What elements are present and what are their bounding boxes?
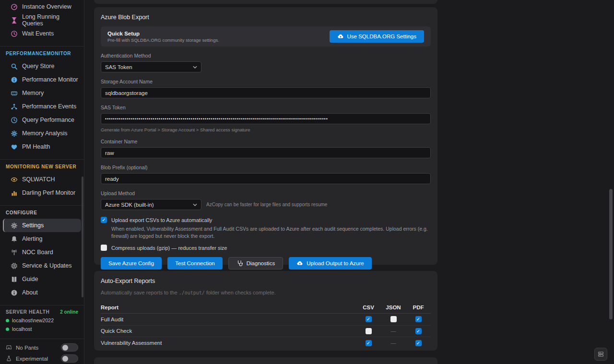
table-row: Quick Check—✓ bbox=[101, 326, 431, 338]
sidebar-item-guide[interactable]: Guide bbox=[3, 272, 81, 286]
save-azure-config-button[interactable]: Save Azure Config bbox=[101, 257, 162, 270]
gauge-icon bbox=[11, 3, 18, 11]
test-connection-button[interactable]: Test Connection bbox=[167, 257, 222, 270]
csv-checkbox[interactable]: ✓ bbox=[366, 340, 372, 346]
server-name: localhost bbox=[12, 326, 32, 332]
sidebar-item-noc-board[interactable]: NOC Board bbox=[3, 246, 81, 259]
clock-icon bbox=[11, 30, 18, 37]
use-sqldba-settings-button[interactable]: Use SQLDBA.ORG Settings bbox=[330, 30, 424, 43]
compress-checkbox-row: Compress uploads (gzip) — reduces transf… bbox=[101, 245, 431, 251]
diagnostics-button[interactable]: Diagnostics bbox=[228, 257, 283, 270]
online-dot-icon bbox=[6, 319, 9, 322]
sidebar-item-wait-events[interactable]: Wait Events bbox=[3, 27, 81, 40]
pdf-checkbox[interactable]: ✓ bbox=[415, 340, 422, 346]
sidebar-item-label: Guide bbox=[22, 276, 38, 282]
stethoscope-icon bbox=[236, 260, 243, 267]
sas-token-label: SAS Token bbox=[101, 105, 431, 111]
sidebar-item-alerting[interactable]: Alerting bbox=[3, 232, 81, 246]
azure-blob-export-card: Azure Blob Export Quick Setup Pre-fill w… bbox=[94, 7, 437, 265]
sidebar-nav-sections: PERFORMANCEMONITORQuery StorePerformance… bbox=[0, 46, 84, 299]
sas-token-input[interactable] bbox=[101, 113, 431, 124]
pdf-cell: ✓ bbox=[406, 340, 431, 346]
sidebar-item-label: Alerting bbox=[22, 235, 42, 242]
sidebar-item-performance-events[interactable]: Performance Events bbox=[3, 100, 81, 113]
sidebar-item-query-performance[interactable]: Query Performance bbox=[3, 113, 81, 127]
container-name-input[interactable] bbox=[101, 147, 431, 158]
sidebar-item-label: Long Running Queries bbox=[22, 13, 81, 27]
toggle-label: Experimental bbox=[16, 356, 48, 362]
sidebar-item-label: Performance Monitor bbox=[22, 76, 78, 83]
json-checkbox[interactable] bbox=[390, 316, 397, 322]
json-cell: — bbox=[381, 340, 406, 346]
gear-icon bbox=[11, 222, 18, 229]
server-item: localhost\new2022 bbox=[6, 317, 78, 323]
gear-icon bbox=[11, 130, 18, 137]
flask-icon bbox=[6, 355, 12, 362]
quick-setup-title: Quick Setup bbox=[107, 31, 219, 36]
upload-method-select[interactable]: Azure SDK (built-in) bbox=[101, 199, 201, 210]
sidebar-item-label: About bbox=[22, 289, 38, 296]
sidebar-scrollbar[interactable] bbox=[82, 176, 83, 297]
no-pants-toggle[interactable] bbox=[61, 343, 78, 352]
csv-checkbox[interactable] bbox=[366, 328, 372, 334]
compress-checkbox[interactable] bbox=[101, 245, 107, 251]
sidebar-item-long-running-queries[interactable]: Long Running Queries bbox=[3, 13, 81, 27]
server-stack-fab-button[interactable] bbox=[594, 348, 607, 361]
pdf-checkbox[interactable]: ✓ bbox=[415, 328, 422, 334]
upload-method-help: AzCopy can be faster for large files and… bbox=[206, 202, 327, 207]
csv-checkbox[interactable]: ✓ bbox=[366, 316, 372, 322]
button-label: Diagnostics bbox=[247, 260, 275, 266]
card-title: Auto-Export Reports bbox=[101, 271, 431, 285]
sidebar-item-memory-analysis[interactable]: Memory Analysis bbox=[3, 127, 81, 140]
table-row: Vulnerability Assessment✓—✓ bbox=[101, 337, 431, 349]
toggle-row-no-pants: No Pants bbox=[6, 342, 78, 353]
sidebar-item-instance-overview[interactable]: Instance Overview bbox=[3, 0, 81, 13]
blob-prefix-input[interactable] bbox=[101, 173, 431, 184]
sidebar-item-pm-health[interactable]: PM Health bbox=[3, 140, 81, 153]
sidebar-section-performancemonitor: PERFORMANCEMONITORQuery StorePerformance… bbox=[0, 46, 84, 153]
sidebar-nav-top: Instance OverviewLong Running QueriesWai… bbox=[0, 0, 84, 40]
button-label: Save Azure Config bbox=[108, 260, 154, 266]
sidebar-item-about[interactable]: About bbox=[3, 286, 81, 299]
auth-method-select[interactable]: SAS Token bbox=[101, 61, 201, 72]
auth-method-label: Authentication Method bbox=[101, 53, 431, 59]
sidebar-item-service-updates[interactable]: Service & Updates bbox=[3, 259, 81, 272]
sidebar-item-label: Service & Updates bbox=[22, 262, 72, 269]
pdf-checkbox[interactable]: ✓ bbox=[415, 316, 422, 322]
sidebar-item-settings[interactable]: Settings bbox=[3, 219, 81, 232]
sidebar-section-monitoring-new-server: MONITORING NEW SERVERSQLWATCHDarling Per… bbox=[0, 159, 84, 200]
report-name: Vulnerability Assessment bbox=[101, 340, 356, 346]
column-csv: CSV bbox=[356, 305, 381, 310]
column-json: JSON bbox=[381, 305, 406, 310]
report-name: Quick Check bbox=[101, 328, 356, 334]
sidebar-item-query-store[interactable]: Query Store bbox=[3, 59, 81, 73]
sidebar-item-sqlwatch[interactable]: SQLWATCH bbox=[3, 173, 81, 186]
shorts-icon bbox=[6, 344, 12, 351]
sidebar-item-label: SQLWATCH bbox=[22, 176, 55, 183]
experimental-toggle[interactable] bbox=[61, 354, 78, 363]
column-report: Report bbox=[101, 305, 356, 310]
sidebar-item-label: Memory bbox=[22, 90, 44, 96]
sidebar-item-performance-monitor[interactable]: Performance Monitor bbox=[3, 73, 81, 86]
section-items: SettingsAlertingNOC BoardService & Updat… bbox=[0, 219, 84, 299]
toggle-knob bbox=[62, 356, 68, 362]
storage-account-input[interactable] bbox=[101, 87, 431, 98]
csv-cell: ✓ bbox=[356, 340, 381, 346]
auto-upload-checkbox[interactable]: ✓ bbox=[101, 217, 107, 223]
main-content: Azure Blob Export Quick Setup Pre-fill w… bbox=[84, 0, 614, 364]
server-health-title: SERVER HEALTH bbox=[6, 309, 49, 315]
reports-table-header: Report CSV JSON PDF bbox=[101, 301, 431, 314]
server-stack-icon bbox=[597, 351, 604, 358]
card-title: Azure Blob Export bbox=[101, 7, 431, 21]
next-card-edge bbox=[94, 357, 437, 364]
no-option-dash: — bbox=[391, 328, 396, 334]
button-label: Use SQLDBA.ORG Settings bbox=[347, 34, 416, 39]
sidebar-toggles: No Pants Experimental bbox=[0, 339, 84, 364]
sidebar-item-label: Query Performance bbox=[22, 117, 74, 123]
main-scrollbar[interactable] bbox=[609, 189, 613, 319]
section-header: PERFORMANCEMONITOR bbox=[0, 50, 84, 57]
sidebar-item-memory[interactable]: Memory bbox=[3, 86, 81, 100]
sidebar-section-configure: CONFIGURESettingsAlertingNOC BoardServic… bbox=[0, 205, 84, 299]
sidebar-item-darling-perf-monitor[interactable]: Darling Perf Monitor bbox=[3, 186, 81, 200]
upload-output-button[interactable]: Upload Output to Azure bbox=[289, 257, 372, 270]
